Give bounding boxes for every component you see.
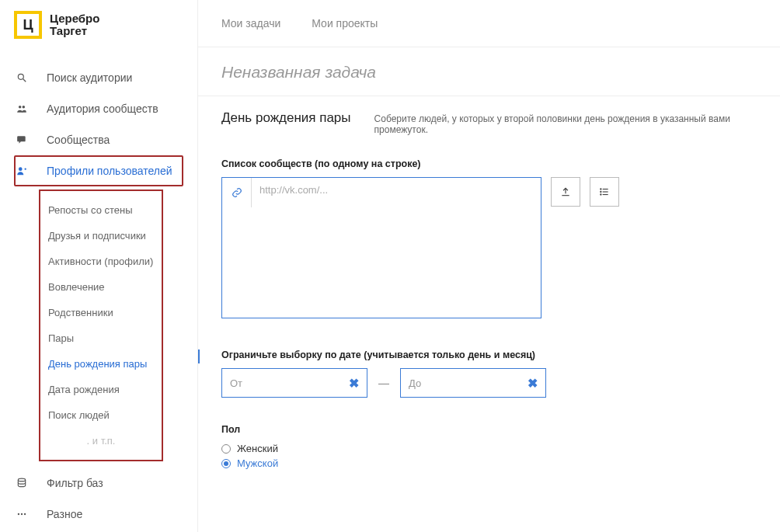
communities-label: Список сообществ (по одному на строке) [221,158,757,169]
user-plus-icon [16,165,28,176]
page-title: Неназванная задача [198,47,780,96]
chat-icon [16,134,28,145]
gender-male-radio[interactable]: Мужской [221,457,757,469]
sidebar-item-label: Поиск аудитории [47,71,132,84]
top-tabs: Мои задачи Мои проекты [198,0,780,47]
brand-line1: Церебро [50,12,99,26]
sidebar-item-misc[interactable]: Разное [0,499,197,530]
gender-female-radio[interactable]: Женский [221,443,757,454]
date-from-box[interactable]: ✖ [221,368,367,398]
database-icon [16,478,28,489]
radio-icon [221,459,231,468]
clear-to-icon[interactable]: ✖ [528,376,538,391]
section-description: Соберите людей, у которых у второй полов… [374,113,757,135]
sidebar-item-label: Профили пользователей [47,165,172,177]
tab-my-projects[interactable]: Мои проекты [312,17,378,30]
svg-point-14 [601,194,601,195]
sub-item-activities[interactable]: Активности (профили) [40,249,162,274]
svg-point-8 [24,513,26,515]
gender-group: Пол Женский Мужской [221,424,757,469]
sidebar-item-label: Фильтр баз [47,477,103,489]
sidebar: Ц Церебро Таргет Поиск аудитории Аудитор… [0,0,198,532]
upload-icon [560,186,571,197]
highlight-main-nav: Профили пользователей [14,155,183,186]
sub-item-people-search[interactable]: Поиск людей [40,402,162,428]
list-button[interactable] [590,177,619,207]
sidebar-nav: Поиск аудитории Аудитория сообществ Сооб… [0,47,197,530]
dots-icon [16,509,28,520]
svg-point-12 [601,189,601,190]
sidebar-item-community-audience[interactable]: Аудитория сообществ [0,93,197,124]
date-range-row: ✖ — ✖ [221,368,757,398]
brand: Ц Церебро Таргет [0,0,197,47]
sidebar-item-user-profiles[interactable]: Профили пользователей [16,157,182,185]
svg-point-13 [601,191,601,192]
radio-icon [221,444,231,454]
list-icon [599,186,610,197]
section-title: День рождения пары [221,110,351,126]
brand-name: Церебро Таргет [50,12,99,38]
sidebar-item-label: Разное [47,508,82,520]
communities-textarea[interactable] [252,178,541,318]
sub-item-couples[interactable]: Пары [40,325,162,351]
main-content: Мои задачи Мои проекты Неназванная задач… [198,0,780,532]
section-header: День рождения пары Соберите людей, у кот… [221,110,757,135]
svg-point-5 [18,478,25,482]
svg-point-0 [18,74,23,79]
radio-label: Женский [237,443,278,454]
sidebar-item-label: Сообщества [47,134,110,146]
radio-label: Мужской [237,457,278,469]
sidebar-item-filter-db[interactable]: Фильтр баз [0,468,197,499]
clear-from-icon[interactable]: ✖ [349,376,359,391]
sub-item-etc[interactable]: . и т.п. [40,428,162,454]
sidebar-item-label: Аудитория сообществ [47,103,158,115]
users-icon [16,103,28,114]
date-to-box[interactable]: ✖ [400,368,546,398]
sub-item-partner-birthday[interactable]: День рождения пары [40,351,162,377]
form-section: День рождения пары Соберите людей, у кот… [198,96,780,472]
date-label: Ограничьте выборку по дате (учитывается … [221,349,757,360]
svg-point-4 [19,167,23,171]
gender-label: Пол [221,424,757,435]
svg-point-6 [18,513,19,515]
sub-item-relatives[interactable]: Родственники [40,300,162,325]
svg-point-3 [23,106,25,109]
tab-my-tasks[interactable]: Мои задачи [221,17,280,30]
svg-point-7 [21,513,23,515]
communities-row [221,177,757,318]
date-from-input[interactable] [230,377,323,389]
sub-item-friends[interactable]: Друзья и подписчики [40,223,162,249]
section-marker: Ограничьте выборку по дате (учитывается … [221,349,757,360]
upload-button[interactable] [551,177,580,207]
link-icon [232,187,242,198]
highlight-subnav: Репосты со стены Друзья и подписчики Акт… [39,190,163,461]
link-button[interactable] [222,178,252,207]
brand-line2: Таргет [50,25,99,38]
sub-item-birthdate[interactable]: Дата рождения [40,377,162,402]
sidebar-item-communities[interactable]: Сообщества [0,124,197,155]
date-dash: — [378,377,389,389]
date-to-input[interactable] [409,377,502,389]
sidebar-item-search-audience[interactable]: Поиск аудитории [0,62,197,93]
search-icon [16,72,28,83]
sub-item-engagement[interactable]: Вовлечение [40,274,162,300]
svg-line-1 [23,79,26,82]
sub-item-reposts[interactable]: Репосты со стены [40,197,162,223]
brand-logo: Ц [14,11,42,39]
svg-point-2 [19,106,22,109]
communities-input-group [221,177,541,318]
